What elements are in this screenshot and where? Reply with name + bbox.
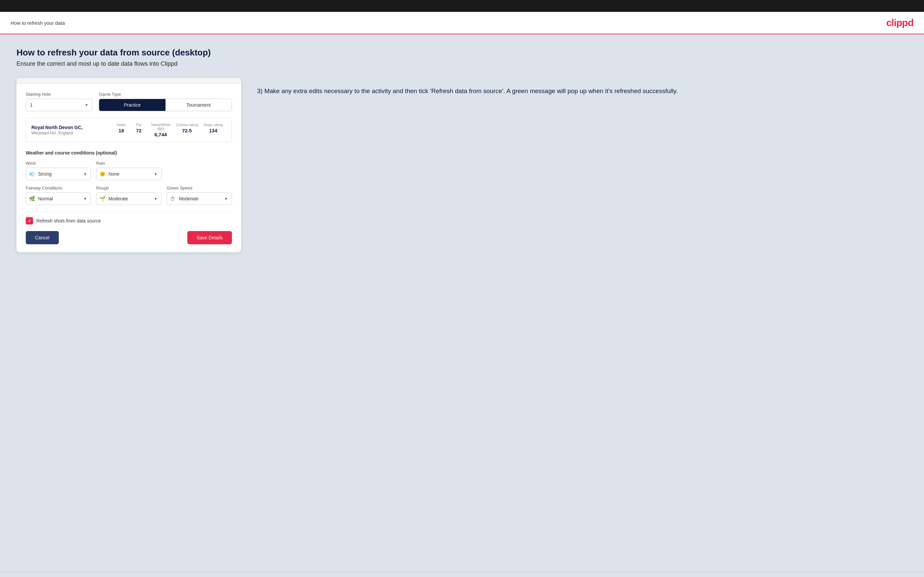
page-heading: How to refresh your data from source (de…	[16, 48, 908, 58]
rough-group: Rough 🌱 Moderate ▼	[96, 185, 161, 205]
course-info-row: Royal North Devon GC, Westward Ho!, Engl…	[26, 118, 232, 142]
green-speed-select[interactable]: Moderate	[167, 192, 232, 205]
card-inner: Starting Hole 1 ▼ Game Type Practice T	[16, 84, 241, 252]
form-row-top: Starting Hole 1 ▼ Game Type Practice T	[26, 92, 232, 111]
slope-rating-value: 134	[200, 128, 226, 133]
slope-rating-label: Slope rating	[200, 123, 226, 127]
page-subheading: Ensure the correct and most up to date d…	[16, 60, 908, 67]
form-card: Starting Hole 1 ▼ Game Type Practice T	[16, 78, 241, 252]
par-stat: Par 72	[130, 123, 148, 137]
checkbox-row[interactable]: ✓ Refresh shots from data source	[26, 217, 232, 224]
header: How to refresh your data clippd	[0, 12, 924, 34]
par-label: Par	[130, 123, 148, 127]
holes-label: Holes	[113, 123, 130, 127]
conditions-title: Weather and course conditions (optional)	[26, 150, 232, 155]
yards-stat: Yards/White (M)) 6,744	[148, 123, 174, 137]
course-name-block: Royal North Devon GC, Westward Ho!, Engl…	[31, 125, 107, 135]
wind-group: Wind 💨 Strong ▼	[26, 161, 91, 180]
refresh-checkbox[interactable]: ✓	[26, 217, 33, 224]
starting-hole-select[interactable]: 1	[26, 99, 92, 111]
content-layout: Starting Hole 1 ▼ Game Type Practice T	[16, 78, 908, 252]
fairway-group: Fairway Conditions 🌿 Normal ▼	[26, 185, 91, 205]
course-name: Royal North Devon GC,	[31, 125, 107, 130]
green-speed-label: Green Speed	[167, 185, 232, 190]
rain-group: Rain 🌞 None ▼	[96, 161, 161, 180]
main-content: How to refresh your data from source (de…	[0, 34, 924, 572]
holes-value: 18	[113, 128, 130, 133]
rough-select[interactable]: Moderate	[96, 192, 161, 205]
wind-select[interactable]: Strong	[26, 168, 91, 180]
cancel-button[interactable]: Cancel	[26, 231, 59, 244]
rough-select-wrapper: 🌱 Moderate ▼	[96, 192, 161, 205]
rough-label: Rough	[96, 185, 161, 190]
conditions-row-2: Fairway Conditions 🌿 Normal ▼ Rough 🌱	[26, 185, 232, 205]
header-title: How to refresh your data	[11, 20, 65, 26]
wind-label: Wind	[26, 161, 91, 166]
starting-hole-select-wrapper: 1 ▼	[26, 99, 92, 111]
course-rating-stat: Course rating 72.5	[174, 123, 200, 137]
wind-select-wrapper: 💨 Strong ▼	[26, 168, 91, 180]
fairway-label: Fairway Conditions	[26, 185, 91, 190]
side-description-text: 3) Make any extra edits necessary to the…	[257, 86, 908, 96]
slope-rating-stat: Slope rating 134	[200, 123, 226, 137]
yards-label: Yards/White (M))	[148, 123, 174, 131]
checkmark-icon: ✓	[28, 219, 31, 223]
conditions-row-1: Wind 💨 Strong ▼ Rain 🌞	[26, 161, 232, 180]
game-type-label: Game Type	[99, 92, 232, 97]
game-type-group: Game Type Practice Tournament	[99, 92, 232, 111]
game-type-toggle: Practice Tournament	[99, 99, 232, 111]
button-row: Cancel Save Details	[26, 231, 232, 244]
divider	[26, 211, 232, 212]
rain-select-wrapper: 🌞 None ▼	[96, 168, 161, 180]
save-details-button[interactable]: Save Details	[187, 231, 232, 244]
holes-stat: Holes 18	[113, 123, 130, 137]
course-rating-label: Course rating	[174, 123, 200, 127]
starting-hole-label: Starting Hole	[26, 92, 92, 97]
yards-value: 6,744	[148, 132, 174, 137]
course-stats: Holes 18 Par 72 Yards/White (M)) 6,744	[113, 123, 226, 137]
rain-select[interactable]: None	[96, 168, 161, 180]
starting-hole-group: Starting Hole 1 ▼	[26, 92, 92, 111]
fairway-select-wrapper: 🌿 Normal ▼	[26, 192, 91, 205]
par-value: 72	[130, 128, 148, 133]
rain-label: Rain	[96, 161, 161, 166]
green-speed-select-wrapper: ⏱ Moderate ▼	[167, 192, 232, 205]
tournament-btn[interactable]: Tournament	[165, 99, 232, 111]
side-description: 3) Make any extra edits necessary to the…	[257, 78, 908, 96]
fairway-select[interactable]: Normal	[26, 192, 91, 205]
card-top-partial	[16, 78, 241, 84]
logo: clippd	[886, 17, 913, 28]
green-speed-group: Green Speed ⏱ Moderate ▼	[167, 185, 232, 205]
practice-btn[interactable]: Practice	[99, 99, 165, 111]
course-location: Westward Ho!, England	[31, 131, 107, 135]
footer: Copyright Clippd 2022	[0, 572, 924, 577]
refresh-checkbox-label: Refresh shots from data source	[36, 218, 101, 224]
top-bar	[0, 0, 924, 12]
rain-spacer	[167, 161, 232, 180]
course-rating-value: 72.5	[174, 128, 200, 133]
